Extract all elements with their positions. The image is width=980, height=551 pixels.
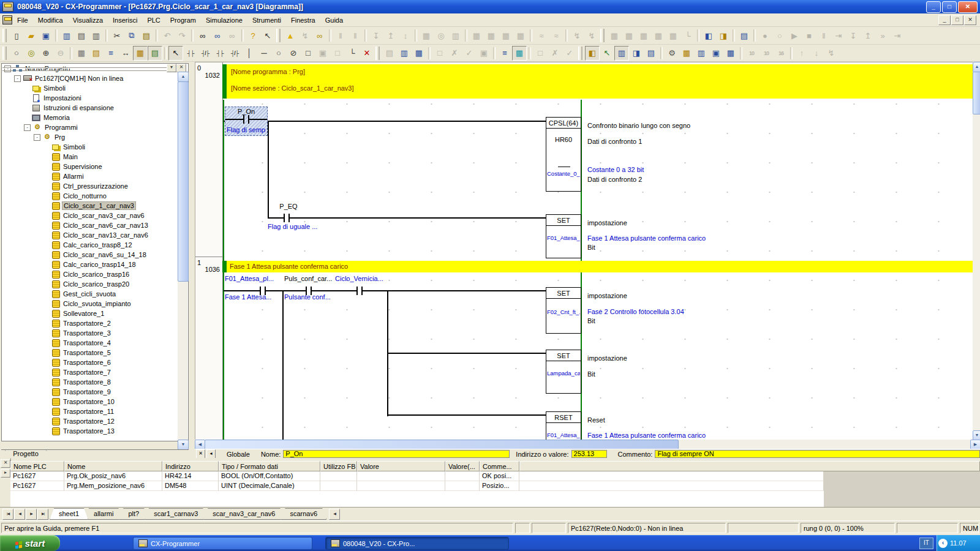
copy-button[interactable]: ⧉	[124, 28, 139, 43]
tree-item-supervisione[interactable]: Supervisione	[2, 162, 188, 171]
binary-monitor-button[interactable]: ▦	[723, 46, 738, 61]
output-window-button[interactable]: ▤	[644, 46, 658, 61]
tree-item-calc_carico_trasp14_18[interactable]: Calc_carico_trasp14_18	[2, 260, 188, 269]
tree-item-trasportatore_2[interactable]: Trasportatore_2	[2, 318, 188, 328]
sheet-tab-scarnav6[interactable]: scarnav6	[281, 508, 326, 520]
tree-expand-icon[interactable]: -	[14, 75, 21, 82]
tree-item-allarmi[interactable]: Allarmi	[2, 171, 188, 181]
online-edit-button[interactable]: ‖	[333, 28, 348, 43]
toolbar-handle[interactable]	[2, 29, 7, 42]
zoom-out-button[interactable]: ⊖	[53, 46, 68, 61]
tree-item-trasportatore_10[interactable]: Trasportatore_10	[2, 397, 188, 407]
monitor-sheet-button[interactable]: ▦	[133, 46, 148, 61]
tree-item-pc1627[cqm1h] non in linea[interactable]: -Pc1627[CQM1H] Non in linea	[2, 73, 188, 83]
plc-settings-button[interactable]: ▥	[694, 46, 709, 61]
io-window-3-button[interactable]: ▦	[499, 28, 513, 43]
undo-button[interactable]: ↶	[160, 28, 175, 43]
column-header-nome-plc[interactable]: Nome PLC	[10, 461, 64, 471]
upload-from-plc-button[interactable]: ↥	[383, 28, 398, 43]
more-sheets-icon[interactable]: ◀	[329, 509, 340, 520]
tree-item-ciclo_scar_nav3_car_nav6[interactable]: Ciclo_scar_nav3_car_nav6	[2, 211, 188, 220]
instruction-set-f01[interactable]: SET F01_Attesa_...	[546, 214, 581, 258]
pause-run-button[interactable]: ‖	[816, 28, 831, 43]
toolbar-handle[interactable]	[600, 29, 605, 42]
sheet-tab-sheet1[interactable]: sheet1	[50, 508, 88, 520]
tree-item-ciclo_scar_nav6_car_nav13[interactable]: Ciclo_scar_nav6_car_nav13	[2, 220, 188, 230]
new-closed-coil-button[interactable]: ⊘	[286, 46, 301, 61]
ladder-diagram[interactable]: 0 1032 1 1036 [Nome programma : Prg] [No…	[195, 62, 973, 440]
tree-item-trasportatore_13[interactable]: Trasportatore_13	[2, 426, 188, 436]
panel-dropdown-button[interactable]: ▾	[167, 64, 176, 72]
find-button[interactable]: ∞	[195, 28, 210, 43]
operand-bar-pin-icon[interactable]: ◂	[206, 449, 216, 459]
minimize-button[interactable]: _	[926, 1, 941, 13]
program-mode-button[interactable]: ▥	[448, 28, 463, 43]
replace-button[interactable]: ∞	[210, 28, 225, 43]
contact-ciclo-vernicia[interactable]: Ciclo_Vernicia...	[335, 275, 383, 282]
help-button[interactable]: ?	[246, 28, 260, 43]
tree-item-ciclo_svuota_impianto[interactable]: Ciclo_svuota_impianto	[2, 299, 188, 309]
menu-program[interactable]: Program	[165, 15, 201, 26]
new-contact-button[interactable]: ┤├	[183, 46, 198, 61]
print-button[interactable]: ▤	[74, 28, 89, 43]
tree-item-trasportatore_9[interactable]: Trasportatore_9	[2, 387, 188, 397]
contact-p-on[interactable]: P_On Flag di sempre...	[225, 107, 268, 136]
tree-item-istruzioni di espansione[interactable]: Istruzioni di espansione	[2, 103, 188, 113]
watch-3-button[interactable]: ✓	[462, 46, 477, 61]
table-row[interactable]: Pc1627Prg.Mem_posizione_nav6DM548UINT (D…	[10, 481, 824, 491]
ladder-vscrollbar[interactable]: ▲ ▼	[973, 62, 980, 440]
find-bit-address-button[interactable]: ∞	[225, 28, 239, 43]
scroll-thumb[interactable]	[973, 72, 980, 114]
column-header-valore-[interactable]: Valore(...	[445, 461, 480, 471]
new-instruction-nc-button[interactable]: ▣	[315, 46, 330, 61]
rung-width-button[interactable]: ↔	[118, 46, 133, 61]
compile-plc-program-button[interactable]: ↯	[298, 28, 312, 43]
column-header-comme-[interactable]: Comme...	[480, 461, 519, 471]
tree-item-memoria[interactable]: Memoria	[2, 113, 188, 122]
sheet-tab-scar1-carnav3[interactable]: scar1_carnav3	[145, 508, 207, 520]
run-to-end-button[interactable]: ⇥	[890, 28, 905, 43]
new-or-contact-button[interactable]: ┤├	[213, 46, 227, 61]
tree-item-ctrl_pressurizzazione[interactable]: Ctrl_pressurizzazione	[2, 181, 188, 191]
rung0-comment-bar[interactable]: [Nome programma : Prg] [Nome sezione : C…	[222, 64, 973, 99]
menu-visualizza[interactable]: Visualizza	[68, 15, 108, 26]
connector-line-button[interactable]: └	[680, 28, 695, 43]
clear-breakpoints-button[interactable]: ○	[772, 28, 787, 43]
tree-item-trasportatore_12[interactable]: Trasportatore_12	[2, 416, 188, 426]
start-button[interactable]: start	[0, 535, 60, 551]
force-reset-button[interactable]: ↯	[584, 28, 599, 43]
horizontal-line-button[interactable]: ─	[257, 46, 271, 61]
column-header-valore[interactable]: Valore	[357, 461, 445, 471]
io-monitor-button[interactable]: ▦	[512, 46, 527, 61]
rung-tree-button[interactable]: ▤	[148, 46, 162, 61]
save-button[interactable]: ▣	[39, 28, 53, 43]
tree-item-trasportatore_8[interactable]: Trasportatore_8	[2, 377, 188, 387]
tree-item-ciclo_notturno[interactable]: Ciclo_notturno	[2, 191, 188, 201]
tree-item-simboli[interactable]: Simboli	[2, 83, 188, 93]
io-window-4-button[interactable]: ▦	[513, 28, 528, 43]
next-sheet-icon[interactable]: ▶	[26, 509, 37, 520]
print-preview-button[interactable]: ▥	[89, 28, 104, 43]
taskbar-task-080048-v20[interactable]: 080048_V20 - CX-Pro...	[325, 537, 509, 550]
menu-inserisci[interactable]: Inserisci	[108, 15, 142, 26]
watch-window-button[interactable]: ▥	[614, 46, 629, 61]
differentiate-down-button[interactable]: ↓	[809, 46, 824, 61]
contact-f01-attesa[interactable]: F01_Attesa_pl...	[225, 275, 274, 282]
tree-item-main[interactable]: Main	[2, 152, 188, 162]
force-set-button[interactable]: ↯	[570, 28, 584, 43]
ladder-hscrollbar[interactable]: ◀ ▶	[195, 440, 980, 449]
new-or-closed-contact-button[interactable]: ┤/├	[227, 46, 242, 61]
find-in-project-button[interactable]: ▥	[59, 28, 74, 43]
toolbar-handle[interactable]	[276, 29, 281, 42]
pause-button[interactable]: ‖	[348, 28, 363, 43]
open-file-button[interactable]: ▰	[24, 28, 39, 43]
differential-monitor-3-button[interactable]: ▦	[636, 28, 651, 43]
menu-guida[interactable]: Guida	[320, 15, 348, 26]
scroll-thumb[interactable]	[178, 81, 189, 282]
menu-plc[interactable]: PLC	[142, 15, 165, 26]
rung1-comment-bar[interactable]: Fase 1 Attesa pulsante conferma carico	[222, 261, 973, 272]
last-sheet-icon[interactable]: ▶|	[37, 509, 48, 520]
instruction-rset-f01[interactable]: RSET F01_Attesa_...	[546, 411, 581, 440]
column-header-nome[interactable]: Nome	[64, 461, 162, 471]
zoom-region-button[interactable]: ◎	[24, 46, 39, 61]
